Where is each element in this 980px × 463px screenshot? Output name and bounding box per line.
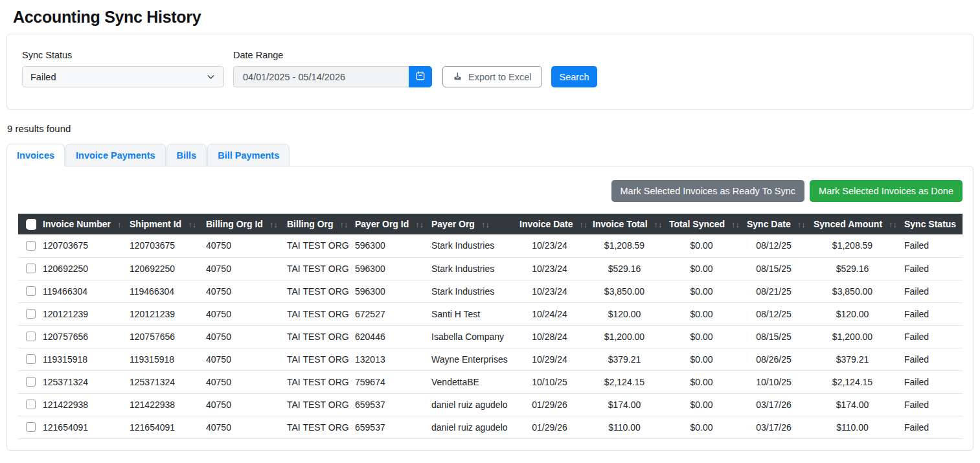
cell-payer-org: Santi H Test [425,302,513,325]
cell-payer-org: Stark Industries [425,280,513,302]
mark-done-button[interactable]: Mark Selected Invoices as Done [810,180,963,202]
row-checkbox[interactable] [26,286,36,296]
cell-invoice-total: $2,124.15 [586,370,663,393]
table-row: 12142293812142293840750TAI TEST ORG65953… [18,393,963,416]
sort-icon: ↑↓ [654,220,663,229]
cell-total-synced: $0.00 [663,234,740,257]
cell-billing-org: TAI TEST ORG [280,393,348,416]
row-checkbox-cell [18,257,36,280]
tab-bar: InvoicesInvoice PaymentsBillsBill Paymen… [6,144,974,166]
cell-payer-org: daniel ruiz agudelo [425,393,513,416]
cell-invoice-total: $529.16 [586,257,663,280]
cell-sync-status: Failed [898,393,963,416]
cell-synced-amount: $1,200.00 [807,325,898,348]
column-header-billing-org[interactable]: Billing Org↑↓ [280,214,348,234]
cell-total-synced: $0.00 [663,348,740,370]
column-header-invoice-total[interactable]: Invoice Total↑↓ [586,214,663,234]
export-to-excel-button[interactable]: Export to Excel [442,66,542,87]
cell-invoice-date: 10/29/24 [513,348,586,370]
column-label: Billing Org [287,219,334,229]
column-label: Billing Org Id [206,219,263,229]
cell-billing-org-id: 40750 [199,393,280,416]
cell-sync-date: 03/17/26 [740,416,807,438]
cell-billing-org-id: 40750 [199,234,280,257]
column-header-invoice-number[interactable]: Invoice Number↑↓ [36,214,123,234]
cell-invoice-date: 10/23/24 [513,257,586,280]
column-label: Payer Org [431,219,475,229]
cell-synced-amount: $379.21 [807,348,898,370]
mark-ready-to-sync-button[interactable]: Mark Selected Invoices as Ready To Sync [611,180,805,202]
column-header-billing-org-id[interactable]: Billing Org Id↑↓ [199,214,280,234]
cell-invoice-total: $120.00 [586,302,663,325]
cell-payer-org: daniel ruiz agudelo [425,416,513,438]
column-header-invoice-date[interactable]: Invoice Date↑↓ [513,214,586,234]
cell-billing-org: TAI TEST ORG [280,416,348,438]
calendar-button[interactable] [409,66,432,87]
cell-payer-org-id: 659537 [348,393,425,416]
cell-billing-org-id: 40750 [199,325,280,348]
column-header-shipment-id[interactable]: Shipment Id↑↓ [123,214,199,234]
row-checkbox[interactable] [26,422,36,432]
select-all-checkbox[interactable] [26,219,36,230]
cell-invoice-total: $1,208.59 [586,234,663,257]
cell-payer-org: Isabella Company [425,325,513,348]
tab-content-panel: Mark Selected Invoices as Ready To Sync … [6,166,974,451]
cell-invoice-number: 125371324 [36,370,123,393]
tab-invoice-payments[interactable]: Invoice Payments [65,144,166,166]
cell-total-synced: $0.00 [663,280,740,302]
row-checkbox[interactable] [26,354,36,364]
cell-billing-org: TAI TEST ORG [280,348,348,370]
sort-icon: ↑↓ [340,220,348,229]
table-row: 12537132412537132440750TAI TEST ORG75967… [18,370,963,393]
tab-bills[interactable]: Bills [166,144,207,166]
cell-sync-status: Failed [898,348,963,370]
row-checkbox[interactable] [26,400,36,409]
tab-invoices[interactable]: Invoices [6,144,65,166]
column-header-sync-status[interactable]: Sync Status [898,214,963,234]
column-header-synced-amount[interactable]: Synced Amount↑↓ [807,214,898,234]
row-checkbox[interactable] [26,377,36,387]
column-header-total-synced[interactable]: Total Synced↑↓ [663,214,740,234]
row-checkbox[interactable] [26,332,36,341]
column-label: Sync Status [904,219,956,229]
cell-billing-org: TAI TEST ORG [280,234,348,257]
cell-sync-date: 08/21/25 [740,280,807,302]
column-label: Sync Date [747,219,791,229]
cell-billing-org: TAI TEST ORG [280,370,348,393]
row-checkbox[interactable] [26,241,36,251]
row-checkbox-cell [18,416,36,438]
row-checkbox[interactable] [26,264,36,273]
tab-bill-payments[interactable]: Bill Payments [207,144,290,166]
column-header-payer-org[interactable]: Payer Org↑↓ [425,214,513,234]
cell-shipment-id: 121654091 [123,416,199,438]
table-row: 12069225012069225040750TAI TEST ORG59630… [18,257,963,280]
cell-invoice-number: 120121239 [36,302,123,325]
chevron-down-icon [206,72,216,82]
sort-icon: ↑↓ [415,220,424,229]
table-row: 12165409112165409140750TAI TEST ORG65953… [18,416,963,438]
column-header-payer-org-id[interactable]: Payer Org Id↑↓ [348,214,425,234]
sort-icon: ↑↓ [481,220,490,229]
search-button[interactable]: Search [551,66,598,87]
cell-sync-date: 08/26/25 [740,348,807,370]
cell-shipment-id: 120121239 [123,302,199,325]
date-range-group [233,66,432,87]
row-checkbox[interactable] [26,309,36,319]
cell-total-synced: $0.00 [663,325,740,348]
cell-billing-org: TAI TEST ORG [280,325,348,348]
invoices-table: Invoice Number↑↓Shipment Id↑↓Billing Org… [18,214,963,439]
cell-invoice-number: 119466304 [36,280,123,302]
cell-invoice-date: 10/23/24 [513,280,586,302]
sort-icon: ↑↓ [579,220,586,229]
cell-payer-org-id: 132013 [348,348,425,370]
date-range-input[interactable] [233,66,409,87]
sync-status-select[interactable]: Failed [22,66,224,87]
export-to-excel-label: Export to Excel [468,72,532,82]
cell-sync-status: Failed [898,234,963,257]
sort-icon: ↑↓ [117,220,123,229]
download-icon [453,71,462,83]
cell-total-synced: $0.00 [663,370,740,393]
cell-payer-org-id: 659537 [348,416,425,438]
column-header-sync-date[interactable]: Sync Date↑↓ [740,214,807,234]
cell-invoice-date: 10/24/24 [513,302,586,325]
